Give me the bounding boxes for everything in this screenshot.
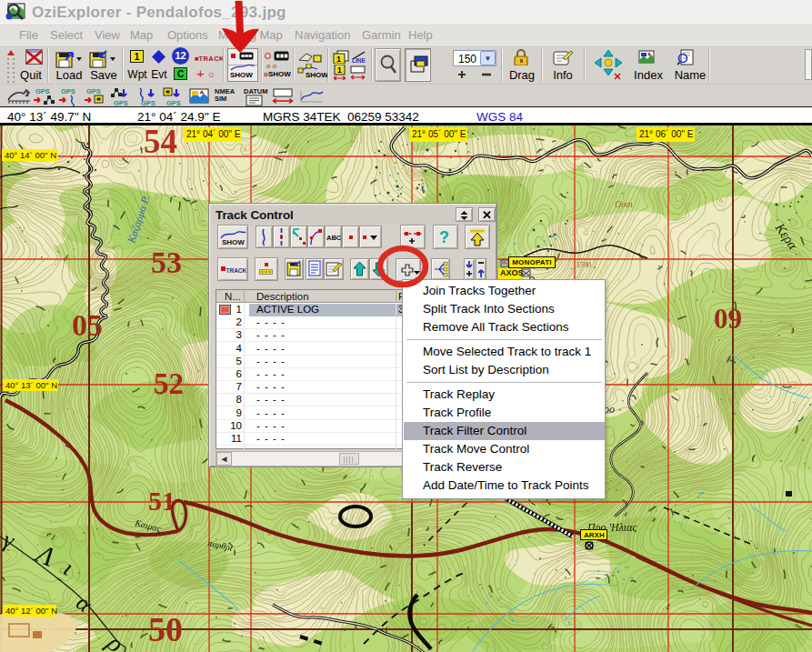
svg-text:50: 50 (148, 610, 183, 648)
svg-text:52: 52 (154, 367, 184, 400)
svg-text:09: 09 (714, 303, 742, 335)
svg-text:1: 1 (336, 55, 341, 64)
svg-text:?: ? (439, 228, 449, 246)
svg-text:54: 54 (144, 125, 177, 160)
svg-text:TRACK: TRACK (226, 267, 247, 274)
svg-text:Οοσι: Οοσι (615, 199, 633, 209)
svg-text:GPS: GPS (86, 87, 101, 95)
svg-text:GPS: GPS (35, 87, 50, 95)
svg-text:05: 05 (72, 308, 103, 342)
svg-text:GPS: GPS (114, 99, 128, 106)
svg-text:1: 1 (25, 91, 29, 97)
svg-text:1: 1 (337, 65, 342, 75)
svg-text:53: 53 (151, 246, 182, 279)
svg-text:SHOW: SHOW (222, 238, 245, 246)
svg-text:LINE: LINE (352, 57, 366, 63)
svg-text:GPS: GPS (166, 99, 181, 106)
svg-text:GPS: GPS (61, 87, 75, 95)
svg-text:ABC: ABC (326, 234, 341, 242)
svg-text:GPS: GPS (141, 99, 155, 106)
svg-text:51: 51 (148, 486, 175, 516)
svg-text:1590: 1590 (576, 261, 591, 269)
